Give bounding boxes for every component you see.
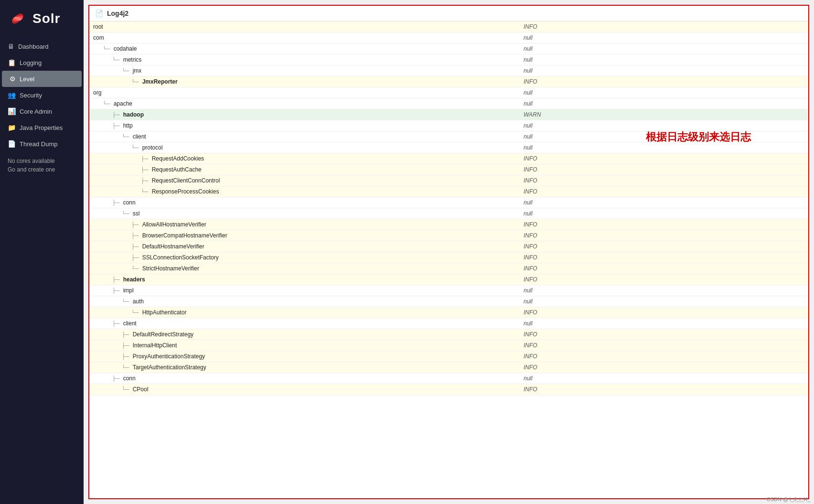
node-label: SSLConnectionSocketFactory	[142, 254, 219, 261]
tree-connector: └─	[122, 134, 131, 139]
node-label: ProxyAuthenticationStrategy	[133, 353, 205, 360]
tree-connector: └─	[122, 211, 131, 216]
table-row[interactable]: └─ metricsnull	[89, 54, 808, 65]
tree-connector: ├─	[112, 277, 121, 282]
sidebar-item-core-admin[interactable]: 📊 Core Admin	[0, 103, 84, 119]
tree-connector: ├─	[112, 200, 121, 205]
tree-connector: └─	[131, 266, 140, 271]
table-row[interactable]: ├─ RequestAddCookiesINFO	[89, 153, 808, 164]
node-label: ResponseProcessCookies	[152, 188, 219, 195]
log-tree-table: rootINFOcomnull└─ codahalenull└─ metrics…	[89, 21, 808, 395]
table-row[interactable]: ├─ DefaultHostnameVerifierINFO	[89, 241, 808, 252]
table-row[interactable]: ├─ hadoopWARN	[89, 109, 808, 120]
sidebar-label-java-properties: Java Properties	[20, 124, 63, 131]
table-row[interactable]: orgnull	[89, 87, 808, 98]
table-row[interactable]: └─ protocolnull	[89, 142, 808, 153]
table-row[interactable]: └─ StrictHostnameVerifierINFO	[89, 263, 808, 274]
table-row[interactable]: ├─ connnull	[89, 373, 808, 384]
sidebar-item-logging[interactable]: 📋 Logging	[0, 54, 84, 71]
log-level: INFO	[521, 384, 808, 395]
sidebar-item-level[interactable]: ⚙ Level	[2, 71, 82, 87]
node-label: apache	[114, 100, 132, 107]
tree-node-name: └─ TargetAuthenticationStrategy	[89, 362, 521, 373]
table-row[interactable]: └─ CPoolINFO	[89, 384, 808, 395]
node-label: com	[93, 34, 104, 41]
table-row[interactable]: ├─ clientnull	[89, 318, 808, 329]
node-label: TargetAuthenticationStrategy	[133, 364, 206, 371]
node-label: jmx	[133, 67, 142, 74]
table-row[interactable]: ├─ InternalHttpClientINFO	[89, 340, 808, 351]
table-row[interactable]: ├─ DefaultRedirectStrategyINFO	[89, 329, 808, 340]
log-level: INFO	[521, 307, 808, 318]
node-label: http	[123, 122, 133, 129]
table-row[interactable]: └─ ResponseProcessCookiesINFO	[89, 186, 808, 197]
log-level: null	[521, 87, 808, 98]
node-label: conn	[123, 199, 136, 206]
tree-connector: ├─	[112, 123, 121, 129]
table-row[interactable]: ├─ BrowserCompatHostnameVerifierINFO	[89, 230, 808, 241]
logging-icon: 📋	[8, 59, 16, 66]
node-label: InternalHttpClient	[133, 342, 177, 349]
table-row[interactable]: ├─ headersINFO	[89, 274, 808, 285]
node-label: CPool	[133, 386, 149, 393]
sidebar-logo: Solr	[0, 0, 84, 34]
tree-connector: ├─	[141, 178, 150, 183]
security-icon: 👥	[8, 91, 16, 99]
log-level: null	[521, 98, 808, 109]
sidebar-item-security[interactable]: 👥 Security	[0, 87, 84, 103]
tree-connector: ├─	[122, 354, 131, 359]
node-label: headers	[123, 276, 145, 283]
tree-node-name: └─ HttpAuthenticator	[89, 307, 521, 318]
table-row[interactable]: ├─ ProxyAuthenticationStrategyINFO	[89, 351, 808, 362]
sidebar: Solr 🖥 Dashboard 📋 Logging ⚙ Level 👥 Sec…	[0, 0, 84, 504]
tree-connector: ├─	[131, 222, 140, 227]
sidebar-item-dashboard[interactable]: 🖥 Dashboard	[0, 38, 84, 54]
table-row[interactable]: ├─ implnull	[89, 285, 808, 296]
table-row[interactable]: ├─ RequestClientConnControlINFO	[89, 175, 808, 186]
node-label: metrics	[123, 56, 142, 63]
table-row[interactable]: ├─ RequestAuthCacheINFO	[89, 164, 808, 175]
table-row[interactable]: └─ sslnull	[89, 208, 808, 219]
table-row[interactable]: ├─ httpnull	[89, 120, 808, 131]
tree-connector: └─	[122, 299, 131, 304]
node-label: HttpAuthenticator	[142, 309, 187, 316]
sidebar-nav: 🖥 Dashboard 📋 Logging ⚙ Level 👥 Security…	[0, 34, 84, 504]
node-label: BrowserCompatHostnameVerifier	[142, 232, 227, 239]
tree-connector: ├─	[112, 375, 121, 381]
thread-dump-icon: 📄	[8, 140, 16, 148]
table-row[interactable]: └─ codahalenull	[89, 43, 808, 54]
sidebar-item-thread-dump[interactable]: 📄 Thread Dump	[0, 136, 84, 152]
tree-connector: └─	[131, 310, 140, 315]
sidebar-label-security: Security	[20, 92, 42, 99]
table-row[interactable]: └─ TargetAuthenticationStrategyINFO	[89, 362, 808, 373]
node-label: DefaultRedirectStrategy	[133, 331, 193, 338]
table-row[interactable]: ├─ AllowAllHostnameVerifierINFO	[89, 219, 808, 230]
table-row[interactable]: └─ clientnull	[89, 131, 808, 142]
table-row[interactable]: rootINFO	[89, 21, 808, 32]
log4j2-title: Log4j2	[107, 10, 129, 17]
tree-connector: └─	[103, 101, 112, 107]
table-row[interactable]: └─ jmxnull	[89, 65, 808, 76]
tree-node-name: └─ jmx	[89, 65, 521, 76]
table-row[interactable]: └─ HttpAuthenticatorINFO	[89, 307, 808, 318]
content-wrapper[interactable]: 📄 Log4j2 根据日志级别来选日志 rootINFOcomnull└─ co…	[88, 5, 809, 499]
log-level: null	[521, 208, 808, 219]
log-level: INFO	[521, 274, 808, 285]
table-row[interactable]: └─ JmxReporterINFO	[89, 76, 808, 87]
table-row[interactable]: ├─ connnull	[89, 197, 808, 208]
table-row[interactable]: comnull	[89, 32, 808, 43]
tree-node-name: ├─ conn	[89, 197, 521, 208]
log-level: INFO	[521, 340, 808, 351]
log-level: INFO	[521, 362, 808, 373]
table-row[interactable]: └─ apachenull	[89, 98, 808, 109]
node-label: RequestAddCookies	[152, 155, 204, 162]
tree-node-name: └─ StrictHostnameVerifier	[89, 263, 521, 274]
sidebar-item-java-properties[interactable]: 📁 Java Properties	[0, 119, 84, 136]
node-label: org	[93, 89, 101, 96]
log-level: INFO	[521, 164, 808, 175]
node-label: JmxReporter	[142, 78, 178, 85]
log-level: null	[521, 373, 808, 384]
table-row[interactable]: ├─ SSLConnectionSocketFactoryINFO	[89, 252, 808, 263]
table-row[interactable]: └─ authnull	[89, 296, 808, 307]
tree-node-name: ├─ hadoop	[89, 109, 521, 120]
